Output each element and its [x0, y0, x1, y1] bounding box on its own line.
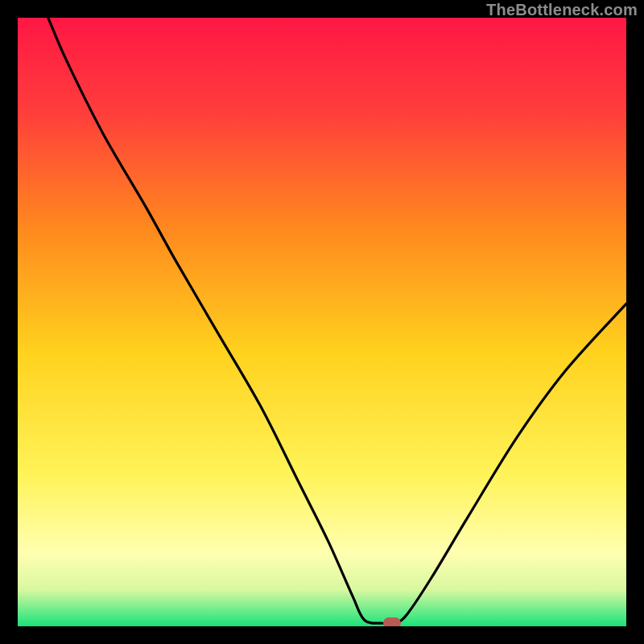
- chart-svg: [18, 18, 626, 626]
- gradient-background: [18, 18, 626, 626]
- chart-frame: TheBottleneck.com: [0, 0, 644, 644]
- optimal-marker: [383, 617, 401, 626]
- watermark-text: TheBottleneck.com: [486, 1, 638, 19]
- plot-area: [18, 18, 626, 626]
